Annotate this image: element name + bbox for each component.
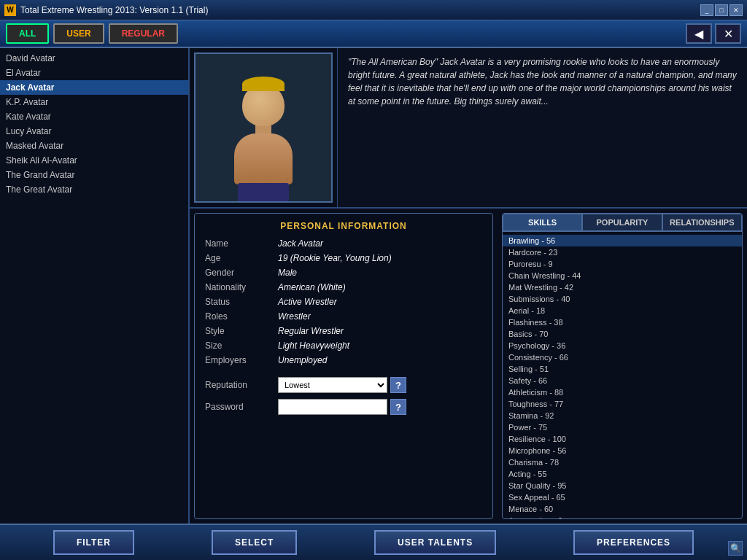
roster-item[interactable]: El Avatar bbox=[0, 66, 188, 80]
password-input[interactable] bbox=[278, 399, 387, 415]
skill-item[interactable]: Sex Appeal - 65 bbox=[503, 491, 742, 503]
reputation-label: Reputation bbox=[205, 380, 278, 390]
roster-item[interactable]: Masked Avatar bbox=[0, 139, 188, 153]
personal-info-title: PERSONAL INFORMATION bbox=[205, 221, 482, 231]
info-value: 19 (Rookie Year, Young Lion) bbox=[278, 253, 392, 263]
roster-item[interactable]: Lucy Avatar bbox=[0, 124, 188, 139]
info-value: Regular Wrestler bbox=[278, 326, 344, 336]
info-value: Wrestler bbox=[278, 311, 311, 322]
roster-item[interactable]: Sheik Ali Al-Avatar bbox=[0, 153, 188, 168]
wrestler-figure bbox=[216, 62, 311, 193]
bottom-bar: FILTER SELECT USER TALENTS PREFERENCES bbox=[0, 524, 747, 560]
skill-item[interactable]: Mat Wrestling - 42 bbox=[503, 281, 742, 293]
maximize-button[interactable]: □ bbox=[715, 4, 728, 16]
bio-text: "The All American Boy" Jack Avatar is a … bbox=[348, 55, 737, 108]
skill-item[interactable]: Acting - 55 bbox=[503, 468, 742, 480]
info-value: Unemployed bbox=[278, 355, 327, 365]
user-filter-button[interactable]: USER bbox=[53, 23, 104, 44]
info-label: Status bbox=[205, 297, 278, 307]
close-panel-button[interactable]: ✕ bbox=[715, 23, 741, 44]
info-row: Status Active Wrestler bbox=[205, 297, 482, 307]
skills-tabs: SKILLSPOPULARITYRELATIONSHIPS bbox=[503, 214, 742, 232]
reputation-row: Reputation LowestLowMediumHighHighest ? bbox=[205, 377, 482, 393]
skill-item[interactable]: Microphone - 56 bbox=[503, 445, 742, 456]
skill-item[interactable]: Consistency - 66 bbox=[503, 351, 742, 363]
wrestler-photo bbox=[194, 52, 333, 203]
info-value: Male bbox=[278, 268, 297, 278]
skills-tab-relationships[interactable]: RELATIONSHIPS bbox=[662, 214, 742, 231]
skill-item[interactable]: Chain Wrestling - 44 bbox=[503, 270, 742, 281]
window-controls: _ □ ✕ bbox=[700, 4, 743, 16]
password-help-button[interactable]: ? bbox=[390, 399, 406, 415]
skill-item[interactable]: Puroresu - 9 bbox=[503, 258, 742, 270]
info-label: Gender bbox=[205, 268, 278, 278]
minimize-button[interactable]: _ bbox=[700, 4, 713, 16]
skill-item[interactable]: Toughness - 77 bbox=[503, 398, 742, 410]
info-value: American (White) bbox=[278, 282, 346, 292]
info-label: Roles bbox=[205, 311, 278, 322]
info-row: Size Light Heavyweight bbox=[205, 341, 482, 351]
info-row: Roles Wrestler bbox=[205, 311, 482, 322]
roster-item[interactable]: The Great Avatar bbox=[0, 182, 188, 197]
password-row: Password ? bbox=[205, 399, 482, 415]
user-talents-button[interactable]: USER TALENTS bbox=[374, 530, 496, 555]
roster-item[interactable]: David Avatar bbox=[0, 51, 188, 66]
skills-tab-skills[interactable]: SKILLS bbox=[503, 214, 582, 231]
skills-panel: SKILLSPOPULARITYRELATIONSHIPS Brawling -… bbox=[502, 213, 743, 519]
window-title: Total Extreme Wrestling 2013: Version 1.… bbox=[20, 5, 208, 15]
skill-item[interactable]: Selling - 51 bbox=[503, 363, 742, 375]
skill-item[interactable]: Aerial - 18 bbox=[503, 305, 742, 316]
info-row: Age 19 (Rookie Year, Young Lion) bbox=[205, 253, 482, 263]
bio-section: "The All American Boy" Jack Avatar is a … bbox=[337, 48, 747, 207]
reputation-help-button[interactable]: ? bbox=[390, 377, 406, 393]
nav-arrows: ◀ ✕ bbox=[686, 23, 741, 44]
select-button[interactable]: SELECT bbox=[212, 530, 297, 555]
skills-tab-popularity[interactable]: POPULARITY bbox=[582, 214, 662, 231]
skill-item[interactable]: Athleticism - 88 bbox=[503, 386, 742, 398]
app-icon: W bbox=[4, 4, 16, 16]
roster-item[interactable]: Kate Avatar bbox=[0, 109, 188, 124]
main-container: ALL USER REGULAR ◀ ✕ David AvatarEl Avat… bbox=[0, 20, 747, 560]
info-row: Name Jack Avatar bbox=[205, 238, 482, 249]
close-button[interactable]: ✕ bbox=[729, 4, 743, 16]
skill-item[interactable]: Psychology - 36 bbox=[503, 340, 742, 351]
skill-item[interactable]: Resilience - 100 bbox=[503, 433, 742, 445]
skill-item[interactable]: Menace - 60 bbox=[503, 503, 742, 515]
back-button[interactable]: ◀ bbox=[686, 23, 712, 44]
info-label: Employers bbox=[205, 355, 278, 365]
skill-item[interactable]: Safety - 66 bbox=[503, 375, 742, 386]
info-section: "The All American Boy" Jack Avatar is a … bbox=[190, 48, 747, 209]
info-value: Active Wrestler bbox=[278, 297, 337, 307]
info-label: Size bbox=[205, 341, 278, 351]
skill-item[interactable]: Basics - 70 bbox=[503, 328, 742, 340]
skill-item[interactable]: Star Quality - 95 bbox=[503, 480, 742, 491]
skill-item[interactable]: Brawling - 56 bbox=[503, 235, 742, 246]
regular-filter-button[interactable]: REGULAR bbox=[109, 23, 178, 44]
skill-item[interactable]: Power - 75 bbox=[503, 421, 742, 433]
right-panel: "The All American Boy" Jack Avatar is a … bbox=[190, 48, 747, 524]
info-label: Age bbox=[205, 253, 278, 263]
reputation-select[interactable]: LowestLowMediumHighHighest bbox=[278, 377, 387, 393]
roster-item[interactable]: K.P. Avatar bbox=[0, 95, 188, 109]
password-label: Password bbox=[205, 402, 278, 412]
skill-item[interactable]: Announcing - 0 bbox=[503, 515, 742, 518]
filter-button[interactable]: FILTER bbox=[53, 530, 134, 555]
roster-item[interactable]: The Grand Avatar bbox=[0, 168, 188, 182]
info-value: Jack Avatar bbox=[278, 238, 323, 249]
details-section: PERSONAL INFORMATION Name Jack AvatarAge… bbox=[190, 209, 747, 524]
preferences-button[interactable]: PREFERENCES bbox=[573, 530, 694, 555]
skill-item[interactable]: Stamina - 92 bbox=[503, 410, 742, 421]
skill-item[interactable]: Submissions - 40 bbox=[503, 293, 742, 305]
skill-item[interactable]: Hardcore - 23 bbox=[503, 246, 742, 258]
roster-list: David AvatarEl AvatarJack AvatarK.P. Ava… bbox=[0, 48, 190, 524]
skill-item[interactable]: Charisma - 78 bbox=[503, 456, 742, 468]
info-label: Style bbox=[205, 326, 278, 336]
skills-list[interactable]: Brawling - 56Hardcore - 23Puroresu - 9Ch… bbox=[503, 232, 742, 518]
skill-item[interactable]: Flashiness - 38 bbox=[503, 316, 742, 328]
info-rows: Name Jack AvatarAge 19 (Rookie Year, You… bbox=[205, 238, 482, 365]
all-filter-button[interactable]: ALL bbox=[6, 23, 49, 44]
info-row: Style Regular Wrestler bbox=[205, 326, 482, 336]
title-bar: W Total Extreme Wrestling 2013: Version … bbox=[0, 0, 747, 20]
roster-item[interactable]: Jack Avatar bbox=[0, 80, 188, 95]
info-label: Name bbox=[205, 238, 278, 249]
